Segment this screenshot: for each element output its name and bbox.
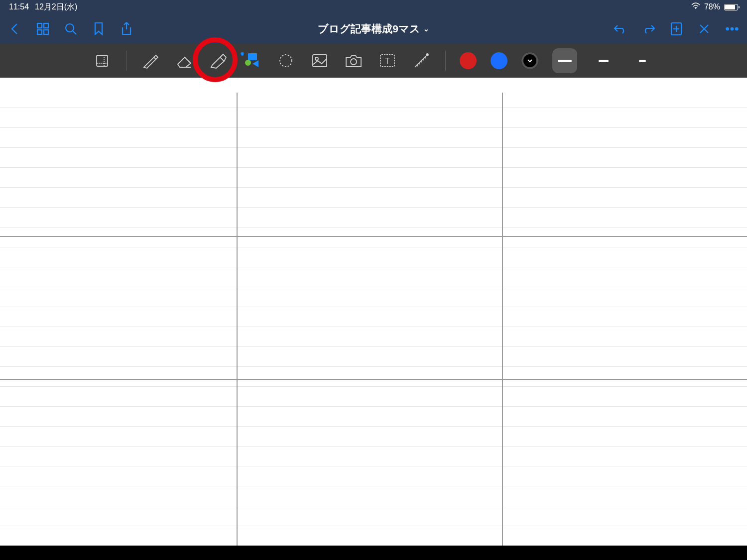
status-date: 12月2日(水) xyxy=(35,2,77,12)
bluetooth-icon: ⁕ xyxy=(240,50,245,58)
title-chevron-icon[interactable]: ⌄ xyxy=(423,25,429,33)
bookmark-button[interactable] xyxy=(92,22,106,36)
svg-rect-10 xyxy=(97,55,108,66)
status-bar: 11:54 12月2日(水) 78% xyxy=(0,0,747,14)
toolbar-separator xyxy=(445,51,446,71)
svg-rect-1 xyxy=(37,23,42,28)
svg-point-7 xyxy=(726,28,729,30)
svg-point-0 xyxy=(695,8,696,9)
color-blue[interactable] xyxy=(491,52,507,69)
color-black[interactable] xyxy=(521,52,538,69)
page-tool[interactable] xyxy=(92,51,112,71)
canvas[interactable] xyxy=(0,78,747,546)
status-time: 11:54 xyxy=(9,2,29,11)
svg-rect-4 xyxy=(44,30,48,34)
lasso-tool[interactable] xyxy=(276,51,296,71)
toolbar: ⁕ T xyxy=(0,44,747,78)
svg-rect-2 xyxy=(44,23,48,28)
close-button[interactable] xyxy=(697,22,711,36)
share-button[interactable] xyxy=(120,22,133,36)
more-button[interactable] xyxy=(725,22,739,36)
toolbar-separator xyxy=(126,51,126,71)
back-button[interactable] xyxy=(8,22,22,36)
redo-button[interactable] xyxy=(641,22,655,36)
stroke-medium[interactable] xyxy=(591,48,616,73)
svg-point-8 xyxy=(731,28,734,30)
pen-tool[interactable] xyxy=(140,51,160,71)
color-red[interactable] xyxy=(460,52,477,69)
ruler-tool[interactable] xyxy=(411,51,431,71)
shapes-tool[interactable]: ⁕ xyxy=(242,51,262,71)
text-tool[interactable]: T xyxy=(377,51,397,71)
svg-point-5 xyxy=(66,24,74,32)
battery-icon xyxy=(724,4,738,10)
svg-rect-3 xyxy=(37,30,42,34)
undo-button[interactable] xyxy=(614,22,627,36)
stroke-thick[interactable] xyxy=(552,48,577,73)
battery-percent: 78% xyxy=(704,2,720,11)
eraser-tool[interactable] xyxy=(174,51,194,71)
thumbnails-button[interactable] xyxy=(36,22,50,36)
highlighter-tool[interactable] xyxy=(208,51,228,71)
add-page-button[interactable] xyxy=(669,22,683,36)
svg-point-9 xyxy=(736,28,738,30)
camera-tool[interactable] xyxy=(344,51,364,71)
svg-point-11 xyxy=(280,55,292,67)
nav-bar: ブログ記事構成9マス ⌄ xyxy=(0,14,747,44)
svg-point-14 xyxy=(351,59,357,65)
svg-text:T: T xyxy=(385,57,390,65)
wifi-icon xyxy=(691,2,700,11)
search-button[interactable] xyxy=(64,22,78,36)
svg-point-13 xyxy=(315,57,318,60)
stroke-thin[interactable] xyxy=(630,48,655,73)
image-tool[interactable] xyxy=(310,51,330,71)
document-title[interactable]: ブログ記事構成9マス xyxy=(318,22,420,36)
